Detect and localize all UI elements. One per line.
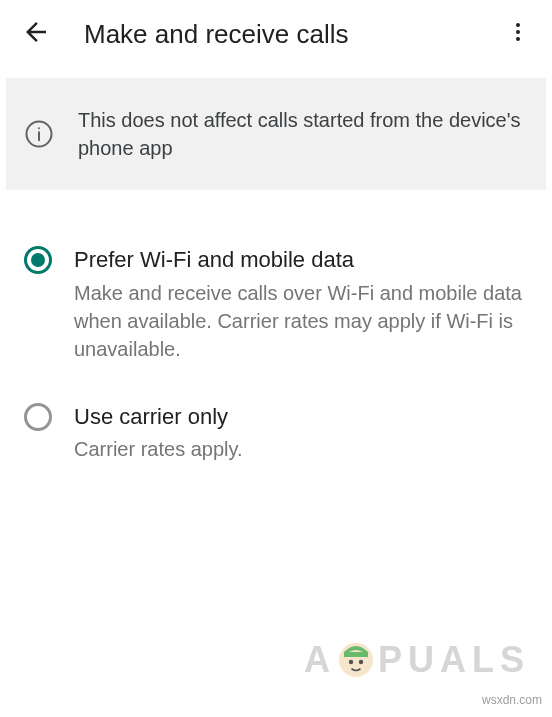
settings-screen: Make and receive calls This does not aff… xyxy=(0,0,552,717)
option-title: Use carrier only xyxy=(74,403,528,432)
svg-point-1 xyxy=(516,30,520,34)
info-banner: This does not affect calls started from … xyxy=(6,78,546,190)
option-text: Use carrier only Carrier rates apply. xyxy=(74,401,528,464)
overflow-menu-button[interactable] xyxy=(494,10,542,58)
radio-prefer-wifi[interactable] xyxy=(18,240,58,280)
option-description: Make and receive calls over Wi-Fi and mo… xyxy=(74,279,528,363)
option-title: Prefer Wi-Fi and mobile data xyxy=(74,246,528,275)
option-carrier-only[interactable]: Use carrier only Carrier rates apply. xyxy=(0,387,552,488)
svg-rect-7 xyxy=(344,652,368,657)
svg-point-5 xyxy=(38,127,40,129)
svg-point-8 xyxy=(349,660,353,664)
option-description: Carrier rates apply. xyxy=(74,435,528,463)
watermark: A PUALS xyxy=(304,639,530,681)
watermark-avatar-icon xyxy=(338,642,374,678)
more-vert-icon xyxy=(506,20,530,48)
arrow-back-icon xyxy=(21,17,51,51)
option-prefer-wifi[interactable]: Prefer Wi-Fi and mobile data Make and re… xyxy=(0,230,552,387)
attribution: wsxdn.com xyxy=(482,693,542,707)
watermark-prefix: A xyxy=(304,639,336,681)
svg-point-2 xyxy=(516,37,520,41)
info-text: This does not affect calls started from … xyxy=(78,106,522,162)
options-group: Prefer Wi-Fi and mobile data Make and re… xyxy=(0,190,552,487)
option-text: Prefer Wi-Fi and mobile data Make and re… xyxy=(74,244,528,363)
page-title: Make and receive calls xyxy=(64,19,494,50)
radio-carrier-only[interactable] xyxy=(18,397,58,437)
svg-point-0 xyxy=(516,23,520,27)
app-header: Make and receive calls xyxy=(0,0,552,68)
svg-point-9 xyxy=(359,660,363,664)
info-icon xyxy=(24,119,54,149)
watermark-suffix: PUALS xyxy=(378,639,530,681)
back-button[interactable] xyxy=(8,6,64,62)
